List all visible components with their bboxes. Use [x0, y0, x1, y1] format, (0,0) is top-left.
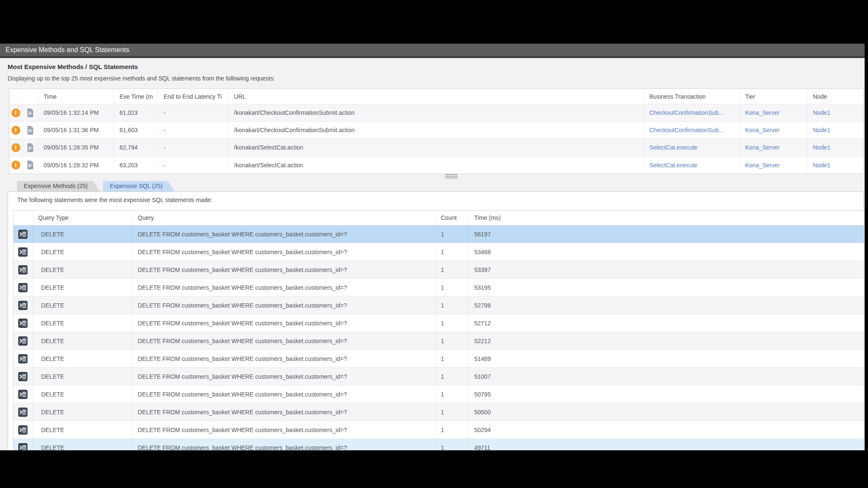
tier-link[interactable]: Kona_Server	[745, 127, 780, 133]
table-row[interactable]: DELETE DELETE FROM customers_basket WHER…	[14, 403, 864, 421]
table-row[interactable]: DELETE DELETE FROM customers_basket WHER…	[14, 350, 864, 368]
exe-time-cell: 61,603	[114, 122, 158, 139]
business-transaction-link[interactable]: SelectCat.execute	[649, 162, 698, 169]
sql-statement-icon[interactable]	[18, 390, 28, 399]
document-icon[interactable]	[27, 108, 34, 117]
sql-statement-icon[interactable]	[18, 247, 28, 257]
tier-link[interactable]: Kona_Server	[745, 109, 780, 116]
table-row[interactable]: DELETE DELETE FROM customers_basket WHER…	[14, 439, 864, 450]
business-transaction-link[interactable]: CheckoutConfirmationSub...	[649, 127, 723, 133]
table-row[interactable]: DELETE DELETE FROM customers_basket WHER…	[14, 279, 864, 297]
count-cell: 1	[435, 368, 469, 385]
url-cell: /konakart/CheckoutConfirmationSubmit.act…	[228, 122, 644, 139]
column-header[interactable]: Business Transaction	[644, 89, 740, 104]
table-row[interactable]: DELETE DELETE FROM customers_basket WHER…	[14, 261, 864, 279]
table-row[interactable]: ! 09/05/16 1:28:32 PM 63,203 - /konakart…	[9, 156, 863, 174]
column-header[interactable]: End to End Latency Ti	[158, 89, 228, 104]
time-cell: 09/05/16 1:32:14 PM	[38, 104, 114, 121]
page-title: Expensive Methods and SQL Statements	[6, 46, 129, 53]
count-cell: 1	[435, 261, 469, 278]
count-cell: 1	[435, 314, 469, 332]
count-cell: 1	[435, 439, 469, 450]
sql-statement-icon[interactable]	[18, 319, 28, 328]
document-icon[interactable]	[27, 161, 34, 169]
table-row[interactable]: DELETE DELETE FROM customers_basket WHER…	[14, 332, 864, 350]
query-type-cell: DELETE	[33, 350, 132, 367]
sql-statement-icon[interactable]	[18, 372, 28, 381]
tier-link[interactable]: Kona_Server	[745, 144, 780, 151]
url-cell: /konakart/SelectCat.action	[228, 139, 644, 156]
table-row[interactable]: DELETE DELETE FROM customers_basket WHER…	[14, 385, 864, 403]
query-cell: DELETE FROM customers_basket WHERE custo…	[132, 439, 435, 450]
column-header[interactable]: Tier	[740, 89, 807, 104]
warning-icon: !	[11, 161, 20, 169]
latency-cell: -	[158, 139, 228, 156]
time-cell: 09/05/16 1:28:32 PM	[38, 156, 114, 174]
table-row[interactable]: DELETE DELETE FROM customers_basket WHER…	[14, 314, 864, 332]
query-cell: DELETE FROM customers_basket WHERE custo…	[132, 332, 435, 349]
table-row[interactable]: DELETE DELETE FROM customers_basket WHER…	[14, 297, 864, 314]
table-row[interactable]: DELETE DELETE FROM customers_basket WHER…	[14, 225, 864, 243]
sql-statement-icon[interactable]	[18, 425, 28, 435]
column-header[interactable]: Query	[132, 211, 435, 225]
sql-statement-icon[interactable]	[18, 354, 28, 363]
time-ms-cell: 52712	[469, 314, 865, 332]
query-cell: DELETE FROM customers_basket WHERE custo…	[132, 314, 435, 332]
tier-link[interactable]: Kona_Server	[745, 162, 780, 169]
column-header[interactable]: Query Type	[33, 211, 132, 225]
query-type-cell: DELETE	[33, 421, 132, 438]
table-row[interactable]: DELETE DELETE FROM customers_basket WHER…	[14, 421, 864, 439]
sql-statement-icon[interactable]	[18, 443, 28, 450]
table-row[interactable]: DELETE DELETE FROM customers_basket WHER…	[14, 243, 864, 261]
business-transaction-link[interactable]: CheckoutConfirmationSub...	[649, 109, 723, 116]
tab-expensive-methods-25-[interactable]: Expensive Methods (25)	[17, 181, 100, 191]
time-ms-cell: 50294	[469, 421, 865, 438]
node-link[interactable]: Node1	[813, 162, 830, 169]
document-icon[interactable]	[27, 143, 34, 152]
query-type-cell: DELETE	[33, 368, 132, 385]
time-ms-cell: 53195	[469, 279, 865, 296]
sql-statement-icon[interactable]	[18, 301, 28, 310]
column-header	[14, 211, 33, 225]
node-link[interactable]: Node1	[813, 127, 830, 133]
latency-cell: -	[158, 122, 228, 139]
time-ms-cell: 50500	[469, 403, 865, 421]
table-row[interactable]: DELETE DELETE FROM customers_basket WHER…	[14, 368, 864, 385]
column-header[interactable]: Count	[435, 211, 469, 225]
table-row[interactable]: ! 09/05/16 1:31:36 PM 61,603 - /konakart…	[9, 122, 863, 139]
table-header-row: Query TypeQueryCountTime (ms)	[14, 211, 864, 225]
expensive-sql-table: Query TypeQueryCountTime (ms) DELETE DEL…	[13, 210, 864, 450]
column-header[interactable]: Time	[38, 89, 114, 104]
table-row[interactable]: ! 09/05/16 1:28:35 PM 62,794 - /konakart…	[9, 139, 863, 156]
section-description: Displaying up to the top 25 most expensi…	[8, 75, 275, 82]
splitter-grip-icon[interactable]	[445, 174, 458, 178]
query-cell: DELETE FROM customers_basket WHERE custo…	[132, 225, 435, 243]
business-transaction-link[interactable]: SelectCat.execute	[649, 144, 698, 151]
table-row[interactable]: ! 09/05/16 1:32:14 PM 61,023 - /konakart…	[9, 104, 863, 122]
node-link[interactable]: Node1	[813, 144, 830, 151]
query-type-cell: DELETE	[33, 332, 132, 349]
sql-statement-icon[interactable]	[18, 230, 28, 239]
warning-icon: !	[11, 108, 20, 117]
expensive-requests-table: TimeExe Time (mEnd to End Latency TiURLB…	[9, 89, 864, 174]
sql-statement-icon[interactable]	[18, 408, 28, 417]
sql-statement-icon[interactable]	[18, 265, 28, 274]
sql-panel-description: The following statements were the most e…	[17, 197, 212, 203]
column-header[interactable]: Time (ms)	[469, 211, 865, 225]
column-header	[22, 89, 38, 104]
document-icon[interactable]	[27, 126, 34, 135]
node-link[interactable]: Node1	[813, 109, 830, 116]
query-cell: DELETE FROM customers_basket WHERE custo…	[132, 350, 435, 367]
query-cell: DELETE FROM customers_basket WHERE custo…	[132, 368, 435, 385]
query-type-cell: DELETE	[33, 279, 132, 296]
column-header[interactable]: Node	[807, 89, 864, 104]
query-cell: DELETE FROM customers_basket WHERE custo…	[132, 261, 435, 278]
column-header[interactable]: URL	[228, 89, 644, 104]
sql-statement-icon[interactable]	[18, 336, 28, 346]
tab-expensive-sql-25-[interactable]: Expensive SQL (25)	[103, 181, 175, 191]
count-cell: 1	[435, 297, 469, 314]
query-type-cell: DELETE	[33, 297, 132, 314]
column-header[interactable]: Exe Time (m	[114, 89, 158, 104]
sql-statement-icon[interactable]	[18, 283, 28, 292]
exe-time-cell: 62,794	[114, 139, 158, 156]
